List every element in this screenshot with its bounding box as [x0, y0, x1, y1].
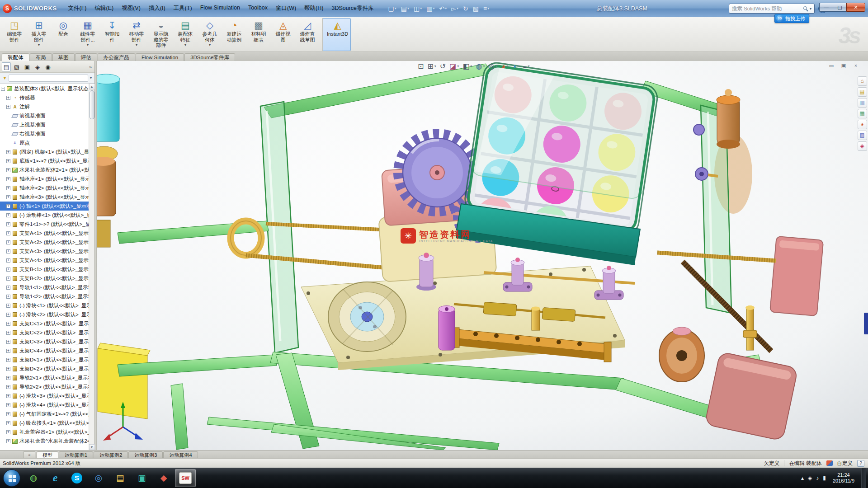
panel-tab-icon-featuremanager[interactable]: ▤ [2, 62, 11, 71]
expand-toggle-icon[interactable] [6, 277, 10, 281]
expand-toggle-icon[interactable] [6, 96, 10, 100]
view-tool-icon-display-style[interactable]: ◍▾ [476, 62, 485, 71]
expand-toggle-icon[interactable] [6, 430, 10, 434]
task-pane-tab-icon-view-palette[interactable]: ▦ [858, 109, 867, 118]
maximize-button[interactable]: ▢ [833, 3, 846, 12]
ribbon-button[interactable]: ◳ 编辑零 部件 ▾ [3, 18, 26, 51]
tree-scrollbar[interactable]: ▲ ▼ [89, 84, 94, 450]
view-tool-icon-view-settings[interactable]: ◒▾ [523, 62, 530, 71]
feature-tree-item[interactable]: 支架A<2> (默认<<默认>_显示状态 1>) [0, 238, 89, 247]
menu-item[interactable]: 视图(V) [118, 3, 145, 14]
model-tab[interactable]: 运动算例3 [128, 451, 163, 458]
quick-tool-button-file-properties[interactable]: ▧▾ [472, 5, 480, 13]
ribbon-button[interactable]: ◒ 显示隐 藏的零 部件 ▾ [149, 18, 173, 51]
ribbon-tab[interactable]: 装配体 [2, 53, 29, 61]
quick-tool-button-rebuild[interactable]: ↻▾ [462, 5, 470, 13]
expand-toggle-icon[interactable] [6, 258, 10, 263]
expand-toggle-icon[interactable] [1, 87, 5, 91]
expand-toggle-icon[interactable] [6, 231, 10, 235]
feature-tree-item[interactable]: (-) 滑块<1> (默认<<默认>_显示状态 1>) [0, 301, 89, 310]
feature-tree-item[interactable]: (-) 滚动棒<1> (默认<<默认>_显示状态 1>) [0, 211, 89, 220]
expand-toggle-icon[interactable] [6, 322, 10, 326]
expand-toggle-icon[interactable] [6, 186, 10, 190]
feature-tree-item[interactable]: 导轨2<2> (默认<<默认>_显示状态 1>) [0, 382, 89, 391]
ribbon-button[interactable]: ◬ 爆炸视 图 ▾ [271, 18, 295, 51]
expand-toggle-icon[interactable] [6, 403, 10, 407]
feature-tree-item[interactable]: 支架B<2> (默认<<默认>_显示状态 1>) [0, 274, 89, 283]
feature-tree-item[interactable]: 支架A<4> (默认<<默认>_显示状态 1>) [0, 256, 89, 265]
show-desktop-button[interactable] [861, 468, 866, 488]
status-help-toggle[interactable]: ? [857, 460, 864, 467]
graphics-area[interactable]: ⊡▾ ⊞▾ ↺▾ ◪▾ ◧▾ ◍▾ ◎▾ ◕▾ ◑▾ ◒▾ [97, 61, 868, 450]
ribbon-button[interactable]: ◇ 参考几 何体 ▾ [198, 18, 222, 51]
quick-tool-button-undo[interactable]: ↶▾ [438, 5, 448, 13]
panel-tab-icon-propertymanager[interactable]: ▧ [12, 62, 21, 71]
doc-window-button-doc-minimize[interactable]: ▭ [826, 62, 836, 69]
ribbon-tab[interactable]: 3DSource零件库 [184, 53, 235, 61]
task-pane-tab-icon-solidworks-resources[interactable]: ⌂ [858, 76, 867, 86]
close-button[interactable]: × [846, 3, 865, 12]
search-box[interactable]: 搜索 SolidWorks 帮助 ▾ [729, 4, 815, 14]
menu-item[interactable]: 窗口(W) [272, 3, 300, 14]
tray-icon-tray-volume[interactable]: ♪ [816, 475, 819, 481]
feature-tree-item[interactable]: 导轨2<1> (默认<<默认>_显示状态 1>) [0, 373, 89, 382]
menu-item[interactable]: 编辑(E) [91, 3, 118, 14]
expand-toggle-icon[interactable] [6, 376, 10, 380]
task-pane-tab-icon-file-explorer[interactable]: ▥ [858, 98, 867, 108]
ribbon-tab[interactable]: 草图 [52, 53, 75, 61]
expand-toggle-icon[interactable] [6, 358, 10, 362]
expand-toggle-icon[interactable] [6, 168, 10, 172]
quick-tool-button-save[interactable]: ◫▾ [412, 5, 423, 13]
taskbar-app-icon-app-blue[interactable]: ◎ [88, 469, 109, 487]
view-tool-icon-previous-view[interactable]: ↺▾ [440, 62, 446, 71]
panel-tab-icon-dimxpertmanager[interactable]: ◈ [33, 62, 42, 71]
panel-overflow-chevron[interactable]: » [89, 64, 93, 70]
expand-toggle-icon[interactable] [6, 213, 10, 217]
ribbon-button[interactable]: ↧ 智能扣 件 ▾ [100, 18, 124, 51]
feature-tree-item[interactable]: 总装配体3 (默认<默认_显示状态 1>) [0, 84, 89, 93]
expand-toggle-icon[interactable] [6, 195, 10, 199]
ribbon-button[interactable]: ◿ 爆炸直 线草图 ▾ [296, 18, 319, 51]
feature-tree-item[interactable]: 右视基准面 [0, 129, 89, 138]
feature-tree-item[interactable]: 零件1<1>->? (默认<<默认>_显示状态 1>) [0, 220, 89, 229]
expand-toggle-icon[interactable] [6, 159, 10, 163]
expand-toggle-icon[interactable] [6, 286, 10, 290]
panel-tab-icon-displaymanager[interactable]: ◉ [43, 62, 52, 71]
feature-tree-item[interactable]: 支架C<1> (默认<<默认>_显示状态 1>) [0, 319, 89, 328]
feature-tree-item[interactable]: (-) 吸盘接头<1> (默认<<默认>_显示状态 1>) [0, 418, 89, 427]
search-icon[interactable] [803, 6, 807, 10]
filter-caret-icon[interactable]: ▾ [90, 76, 92, 80]
feature-tree-item[interactable]: (-) 滑块<3> (默认<<默认>_显示状态 1>) [0, 391, 89, 400]
feature-tree-item[interactable]: 支架D<1> (默认<<默认>_显示状态 1>) [0, 355, 89, 364]
ribbon-button[interactable]: ⊞ 插入零 部件 ▾ [27, 18, 51, 51]
expand-toggle-icon[interactable] [6, 367, 10, 371]
ribbon-tab[interactable]: 评估 [75, 53, 97, 61]
quick-tool-button-new-document[interactable]: ▢▾ [387, 5, 398, 13]
menu-item[interactable]: 插入(I) [145, 3, 170, 14]
scroll-down-icon[interactable]: ▼ [89, 444, 95, 450]
feature-tree-item[interactable]: 支架C<3> (默认<<默认>_显示状态 1>) [0, 337, 89, 346]
doc-window-button-doc-close[interactable]: × [851, 62, 861, 69]
tray-icon-tray-network[interactable]: ◈ [808, 475, 812, 481]
feature-tree-item[interactable]: (固定) 机架<1> (默认<默认_显示状态 1>) [0, 147, 89, 156]
feature-tree-item[interactable]: (-) 滑块<4> (默认<<默认>_显示状态 1>) [0, 400, 89, 409]
model-tab[interactable]: 运动算例1 [59, 451, 93, 458]
menu-item[interactable]: 文件(F) [64, 3, 91, 14]
doc-window-button-doc-restore[interactable]: ▣ [839, 62, 849, 69]
expand-toggle-icon[interactable] [6, 412, 10, 416]
task-pane-tab-icon-appearances[interactable]: ◕ [858, 120, 867, 129]
ribbon-tab[interactable]: 布局 [30, 53, 52, 61]
feature-tree-item[interactable]: 导轨1<2> (默认<<默认>_显示状态 1>) [0, 292, 89, 301]
ribbon-button[interactable]: ◎ 配合 ▾ [52, 18, 75, 51]
view-tool-icon-apply-scene[interactable]: ◑▾ [512, 62, 519, 71]
expand-toggle-icon[interactable] [6, 394, 10, 398]
expand-toggle-icon[interactable] [6, 222, 10, 226]
taskbar-app-icon-solidworks[interactable]: SW [175, 469, 196, 487]
expand-toggle-icon[interactable] [6, 385, 10, 389]
minimize-button[interactable]: — [819, 3, 833, 12]
feature-tree-item[interactable]: 支架D<2> (默认<<默认>_显示状态 1>) [0, 364, 89, 373]
ribbon-button[interactable]: ◔ 新建运 动算例 ▾ [222, 18, 246, 51]
taskbar-app-icon-internet-explorer[interactable]: e [45, 469, 66, 487]
menu-item[interactable]: Flow Simulation [196, 3, 244, 14]
tray-icon-tray-expand[interactable]: ▴ [801, 475, 804, 481]
